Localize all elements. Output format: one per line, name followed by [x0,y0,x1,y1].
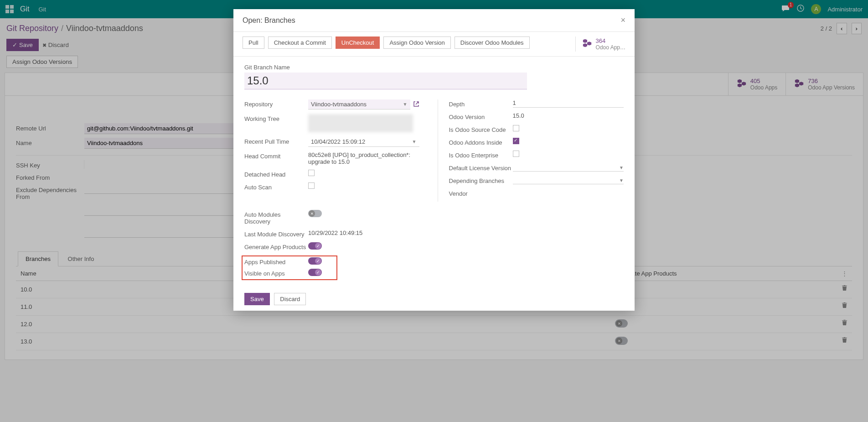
detached-label: Detached Head [244,170,308,178]
generate-label: Generate App Products [244,242,308,250]
depth-label: Depth [449,99,513,108]
modal-save-button[interactable]: Save [244,293,270,305]
modal-title: Open: Branches [243,16,295,25]
default-license-select[interactable]: ▼ [513,163,624,172]
addons-inside-label: Odoo Addons Inside [449,138,513,146]
cubes-icon [582,38,592,50]
odoo-version-value: 15.0 [513,112,624,119]
highlight-box: Apps Published Visible on Apps [242,255,337,280]
uncheckout-button[interactable]: UnCheckout [336,36,380,49]
modal-footer: Save Discard [233,287,635,311]
default-license-label: Default License Version [449,163,513,172]
is-source-label: Is Odoo Source Code [449,125,513,133]
depending-select[interactable]: ▼ [513,176,624,184]
visible-label: Visible on Apps [244,269,308,277]
modal-discard-button[interactable]: Discard [274,293,306,305]
modal-toolbar: Pull Checkout a Commit UnCheckout Assign… [233,32,635,57]
checkout-commit-button[interactable]: Checkout a Commit [268,36,332,49]
last-discovery-value: 10/29/2022 10:49:15 [308,229,427,236]
depending-label: Depending Branches [449,176,513,184]
external-link-icon[interactable] [413,101,419,109]
assign-version-button[interactable]: Assign Odoo Version [383,36,450,49]
auto-discovery-label: Auto Modules Discovery [244,210,308,225]
odoo-version-label: Odoo Version [449,112,513,120]
head-commit-value: 80c52e8 [UPG] to_product_collection*: up… [308,151,419,165]
working-tree-label: Working Tree [244,114,308,122]
recent-pull-label: Recent Pull Time [244,137,308,145]
branch-name-input[interactable] [244,73,527,89]
vendor-label: Vendor [449,189,513,197]
modal-lower: Auto Modules Discovery Last Module Disco… [244,210,624,280]
modal-stat-odoo-app[interactable]: 364 Odoo App… [575,36,625,52]
modal-col-left: Repository Viindoo-tvtmaaddons ▼ [244,99,419,202]
branch-name-label: Git Branch Name [244,64,624,71]
modal-buttons: Pull Checkout a Commit UnCheckout Assign… [243,36,530,49]
is-enterprise-label: Is Odoo Enterprise [449,151,513,159]
visible-switch[interactable] [308,269,322,276]
repository-select[interactable]: Viindoo-tvtmaaddons ▼ [308,99,410,109]
pull-button[interactable]: Pull [243,36,264,49]
recent-pull-input[interactable]: 10/04/2022 15:09:12 ▼ [308,137,419,147]
modal-columns: Repository Viindoo-tvtmaaddons ▼ [244,99,624,202]
auto-scan-checkbox[interactable] [308,182,315,189]
auto-scan-label: Auto Scan [244,182,308,191]
addons-inside-checkbox[interactable] [513,138,519,144]
generate-switch[interactable] [308,242,322,250]
modal-col-right: Depth 1 Odoo Version 15.0 Is Odoo Source… [438,99,624,202]
modal-stat-label: Odoo App… [596,44,625,51]
is-source-checkbox[interactable] [513,125,519,131]
working-tree-blurred [308,114,413,132]
published-switch[interactable] [308,257,322,265]
repository-value-wrap: Viindoo-tvtmaaddons ▼ [308,99,419,109]
depth-value[interactable]: 1 [513,99,624,108]
modal-stat-count: 364 [596,37,625,44]
discover-modules-button[interactable]: Discover Odoo Modules [455,36,530,49]
detached-checkbox[interactable] [308,170,315,176]
head-commit-label: Head Commit [244,151,308,160]
last-discovery-label: Last Module Discovery [244,229,308,238]
modal-dialog: Open: Branches × Pull Checkout a Commit … [233,9,635,311]
modal-close-button[interactable]: × [620,16,625,25]
auto-discovery-switch[interactable] [308,210,322,217]
modal-body: Git Branch Name Repository Viindoo-tvtma… [233,57,635,287]
published-label: Apps Published [244,257,308,266]
is-enterprise-checkbox[interactable] [513,151,519,157]
repository-label: Repository [244,99,308,108]
modal-backdrop: Open: Branches × Pull Checkout a Commit … [0,0,868,360]
modal-header: Open: Branches × [233,9,635,32]
